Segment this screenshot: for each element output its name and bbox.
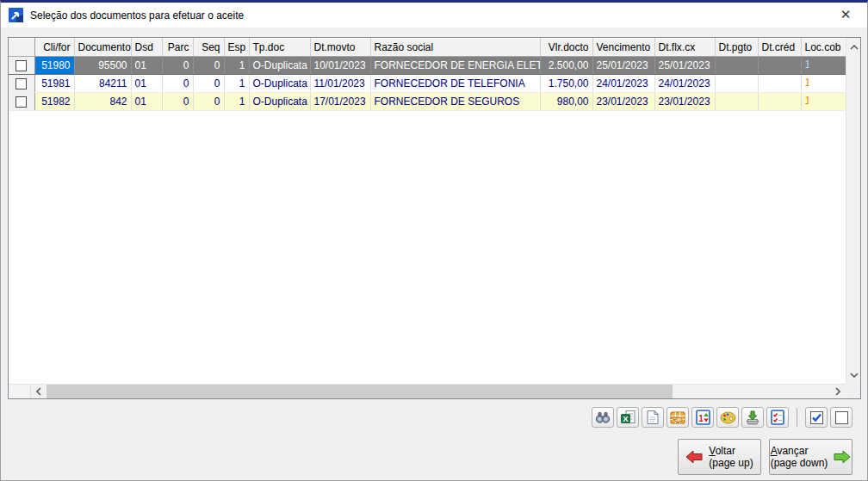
svg-text:X: X [623,414,629,423]
toolbar: X 1 [592,407,852,428]
cell-razaosocial: FORNECEDOR DE ENERGIA ELETRICA [370,57,540,75]
cell-vencimento: 25/01/2023 [592,57,654,75]
app-icon [9,8,23,22]
row-checkbox[interactable] [16,60,27,71]
scrollbar-corner [846,384,860,398]
voltar-button[interactable]: Voltar (page up) [678,439,761,475]
scroll-down-icon[interactable] [846,367,861,382]
col-header-dtcred[interactable]: Dt.créd [758,39,801,57]
scroll-left-icon[interactable] [31,385,46,398]
select-cells-button[interactable] [666,407,689,428]
cell-dtpgto [715,57,758,75]
excel-export-button[interactable]: X [617,407,639,428]
titlebar: Seleção dos documentos para efetuar o ac… [1,3,867,28]
horizontal-scrollbar[interactable] [9,384,846,398]
scroll-right-icon[interactable] [830,385,846,398]
table-row[interactable]: 51981 84211 01 0 0 1 O-Duplicata 11/01/2… [9,75,846,93]
cell-documento: 84211 [74,75,131,93]
cell-esp: 1 [224,57,249,75]
col-header-clifor[interactable]: Cli/for [34,39,74,57]
cell-dtflxcx: 25/01/2023 [654,57,715,75]
col-header-dsd[interactable]: Dsd [131,39,162,57]
checklist-button[interactable] [766,407,789,428]
check-all-button[interactable] [805,407,828,428]
col-header-checkbox[interactable] [9,39,34,57]
cell-dtpgto [715,75,758,93]
colors-button[interactable] [716,407,739,428]
scrollbar-track[interactable] [673,385,830,398]
checkbox-cell [9,57,34,75]
cell-esp: 1 [224,93,249,111]
cell-seq: 0 [193,57,224,75]
header-row: Cli/for Documento Dsd Parc Seq Esp Tp.do… [9,39,846,57]
scroll-up-icon[interactable] [846,40,861,54]
avancar-button[interactable]: Avançar (page down) [769,439,852,475]
documents-grid: Cli/for Documento Dsd Parc Seq Esp Tp.do… [8,37,861,399]
col-header-documento[interactable]: Documento [74,39,131,57]
window-title: Seleção dos documentos para efetuar o ac… [30,9,244,22]
cell-razaosocial: FORNECEDOR DE TELEFONIA [370,75,540,93]
table-row[interactable]: 51980 95500 01 0 0 1 O-Duplicata 10/01/2… [9,57,846,75]
cell-loccob: 1 [801,93,846,111]
cell-dsd: 01 [131,57,162,75]
search-button[interactable] [592,407,614,428]
report-button[interactable] [642,407,664,428]
red-arrow-left-icon [685,450,703,464]
voltar-label: Voltar (page up) [709,445,753,469]
cell-vlrdocto: 2.500,00 [540,57,592,75]
cell-razaosocial: FORNECEDOR DE SEGUROS [370,93,540,111]
cell-clifor: 51982 [34,93,74,111]
clipped-value: 1 [805,77,809,89]
table-row[interactable]: 51982 842 01 0 0 1 O-Duplicata 17/01/202… [9,93,846,111]
col-header-dtmovto[interactable]: Dt.movto [310,39,370,57]
export-file-button[interactable] [741,407,764,428]
col-header-dtpgto[interactable]: Dt.pgto [715,39,758,57]
checklist-icon [771,410,784,425]
scrollbar-thumb[interactable] [46,385,673,398]
cell-dsd: 01 [131,93,162,111]
cell-vencimento: 23/01/2023 [592,93,654,111]
cell-seq: 0 [193,93,224,111]
nav-buttons: Voltar (page up) Avançar (page down) [678,439,852,475]
checkbox-cell [9,93,34,111]
avancar-label: Avançar (page down) [771,445,828,469]
binoculars-icon [594,410,611,424]
clipped-value: 1 [805,95,809,107]
cell-tpdoc: O-Duplicata [249,75,310,93]
toolbar-separator [797,408,797,427]
vertical-scrollbar[interactable] [846,38,860,384]
col-header-esp[interactable]: Esp [224,39,249,57]
close-icon[interactable]: ✕ [829,3,862,27]
cell-tpdoc: O-Duplicata [249,93,310,111]
col-header-vlrdocto[interactable]: Vlr.docto [540,39,592,57]
col-header-parc[interactable]: Parc [162,39,193,57]
row-checkbox[interactable] [16,78,27,89]
palette-icon [720,411,736,424]
cell-clifor: 51980 [34,57,74,75]
cell-documento: 95500 [74,57,131,75]
grid-viewport: Cli/for Documento Dsd Parc Seq Esp Tp.do… [9,38,846,384]
hand-grid-icon [670,410,686,425]
unchecked-checkbox-icon [835,411,848,424]
row-checkbox[interactable] [16,96,27,108]
col-header-seq[interactable]: Seq [193,39,224,57]
excel-icon: X [620,410,636,425]
sort-button[interactable]: 1 [691,407,714,428]
cell-clifor: 51981 [34,75,74,93]
cell-dtflxcx: 23/01/2023 [654,93,715,111]
cell-documento: 842 [74,93,131,111]
uncheck-all-button[interactable] [830,407,852,428]
sort-icon: 1 [696,410,710,425]
cell-dtmovto: 11/01/2023 [310,75,370,93]
col-header-tpdoc[interactable]: Tp.doc [249,39,310,57]
checkbox-cell [9,75,34,93]
cell-dtmovto: 17/01/2023 [310,93,370,111]
col-header-vencimento[interactable]: Vencimento [592,39,654,57]
green-arrow-right-icon [834,450,851,464]
cell-dtpgto [715,93,758,111]
cell-vlrdocto: 1.750,00 [540,75,592,93]
cell-dtcred [758,93,801,111]
col-header-dtflxcx[interactable]: Dt.flx.cx [654,39,715,57]
col-header-razaosocial[interactable]: Razão social [370,39,540,57]
col-header-loccob[interactable]: Loc.cob [801,39,846,57]
